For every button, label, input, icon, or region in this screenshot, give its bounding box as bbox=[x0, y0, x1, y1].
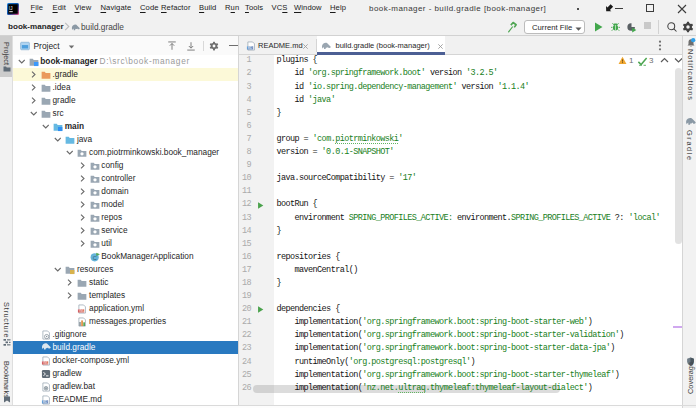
svg-text:MD: MD bbox=[42, 400, 48, 404]
svg-text:IJ: IJ bbox=[9, 6, 13, 11]
svg-text:YML: YML bbox=[79, 308, 85, 312]
svg-text:YML: YML bbox=[42, 360, 48, 364]
svg-text:MD: MD bbox=[248, 46, 254, 50]
